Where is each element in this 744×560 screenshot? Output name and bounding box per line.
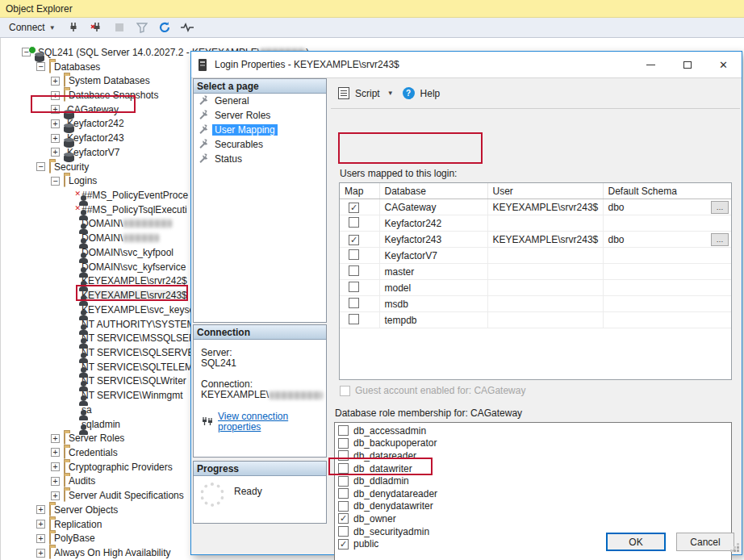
mapping-row-master[interactable]: master bbox=[340, 264, 731, 280]
tree-expander[interactable]: + bbox=[36, 549, 45, 558]
browse-ellipsis-button[interactable]: … bbox=[711, 233, 729, 246]
folder-icon bbox=[49, 61, 51, 73]
map-checkbox[interactable]: ✓ bbox=[349, 235, 359, 245]
tree-expander[interactable]: + bbox=[36, 520, 45, 529]
role-checkbox[interactable] bbox=[338, 463, 349, 474]
folder-icon bbox=[64, 75, 65, 86]
role-item-db-ddladmin[interactable]: db_ddladmin bbox=[335, 474, 731, 487]
role-checkbox[interactable] bbox=[338, 476, 349, 487]
browse-ellipsis-button[interactable]: … bbox=[711, 201, 729, 214]
tree-expander[interactable]: + bbox=[51, 134, 60, 143]
disconnect-plug-icon[interactable] bbox=[90, 20, 104, 35]
tree-expander[interactable]: − bbox=[36, 162, 45, 171]
server-value: SQL241 bbox=[201, 358, 326, 369]
tree-item-label: Logins bbox=[69, 175, 97, 186]
map-checkbox[interactable] bbox=[349, 314, 359, 324]
role-item-db-denydatareader[interactable]: db_denydatareader bbox=[335, 487, 731, 500]
role-checkbox[interactable] bbox=[338, 425, 349, 436]
map-checkbox[interactable] bbox=[349, 217, 359, 228]
ok-button[interactable]: OK bbox=[606, 533, 666, 551]
chevron-down-icon[interactable]: ▼ bbox=[387, 90, 394, 97]
connect-dropdown-button[interactable]: Connect ▼ bbox=[6, 20, 59, 35]
role-checkbox[interactable]: ✓ bbox=[338, 513, 349, 524]
role-item-public[interactable]: ✓public bbox=[335, 537, 731, 550]
role-checkbox[interactable] bbox=[338, 488, 349, 499]
minimize-button[interactable] bbox=[633, 52, 669, 77]
role-item-db-datareader[interactable]: db_datareader bbox=[335, 449, 731, 462]
page-item-label: Securables bbox=[212, 139, 265, 150]
folder-icon bbox=[49, 533, 51, 544]
script-button[interactable]: Script bbox=[355, 88, 380, 99]
tree-item-label: Databases bbox=[54, 61, 100, 73]
dialog-titlebar[interactable]: Login Properties - KEYEXAMPLE\srvr243$ ✕ bbox=[191, 52, 742, 78]
tree-expander[interactable]: + bbox=[51, 148, 60, 157]
server-window-icon bbox=[199, 59, 207, 71]
tree-expander[interactable]: + bbox=[51, 491, 60, 500]
mapping-row-keyfactorv7[interactable]: KeyfactorV7 bbox=[340, 248, 731, 264]
filter-icon[interactable] bbox=[135, 20, 149, 35]
tree-expander[interactable]: + bbox=[51, 477, 60, 486]
role-checkbox[interactable] bbox=[338, 526, 349, 537]
schema-value: dbo bbox=[608, 234, 625, 245]
maximize-button[interactable] bbox=[669, 52, 705, 77]
role-item-db-backupoperator[interactable]: db_backupoperator bbox=[335, 437, 731, 450]
role-item-db-denydatawriter[interactable]: db_denydatawriter bbox=[335, 500, 731, 513]
role-item-db-accessadmin[interactable]: db_accessadmin bbox=[335, 424, 731, 437]
help-button[interactable]: Help bbox=[420, 88, 441, 99]
resize-grip[interactable] bbox=[737, 550, 739, 552]
mapping-row-msdb[interactable]: msdb bbox=[340, 296, 731, 312]
tree-expander[interactable]: + bbox=[51, 105, 60, 114]
close-button[interactable]: ✕ bbox=[705, 52, 742, 77]
default-schema-cell bbox=[603, 312, 731, 328]
connect-plug-icon[interactable] bbox=[67, 20, 82, 35]
role-item-db-securityadmin[interactable]: db_securityadmin bbox=[335, 525, 731, 538]
tree-expander[interactable]: + bbox=[51, 91, 60, 100]
database-cell: CAGateway bbox=[379, 199, 487, 215]
map-checkbox[interactable] bbox=[349, 282, 359, 292]
page-item-server-roles[interactable]: Server Roles bbox=[194, 108, 326, 123]
folder-icon bbox=[64, 433, 65, 444]
role-item-db-owner[interactable]: ✓db_owner bbox=[335, 512, 731, 525]
user-cell bbox=[487, 215, 603, 232]
mapping-row-cagateway[interactable]: ✓CAGatewayKEYEXAMPLE\srvr243$dbo… bbox=[340, 199, 731, 215]
tree-item-label: ##MS_PolicyTsqlExecuti bbox=[82, 204, 187, 215]
tree-expander[interactable]: − bbox=[51, 177, 60, 186]
tree-expander[interactable]: + bbox=[36, 534, 45, 543]
tree-expander[interactable]: + bbox=[36, 505, 45, 514]
tree-expander[interactable]: + bbox=[51, 462, 60, 471]
default-schema-cell bbox=[603, 215, 731, 232]
map-checkbox[interactable] bbox=[349, 298, 359, 308]
view-connection-properties-link[interactable]: View connection properties bbox=[218, 412, 326, 433]
default-schema-cell: dbo… bbox=[603, 232, 731, 248]
role-item-db-datawriter[interactable]: db_datawriter bbox=[335, 462, 731, 475]
folder-icon bbox=[49, 504, 51, 516]
role-checkbox[interactable]: ✓ bbox=[338, 539, 349, 550]
folder-icon bbox=[64, 175, 65, 186]
refresh-icon[interactable] bbox=[157, 20, 172, 35]
page-item-status[interactable]: Status bbox=[194, 152, 326, 166]
tree-item-label: KeyfactorV7 bbox=[67, 147, 119, 158]
stop-icon[interactable] bbox=[112, 20, 127, 35]
tree-expander[interactable]: + bbox=[51, 119, 60, 128]
tree-expander[interactable]: + bbox=[51, 448, 60, 457]
mapping-row-model[interactable]: model bbox=[340, 280, 731, 296]
map-checkbox[interactable] bbox=[349, 265, 359, 276]
mapping-row-keyfactor242[interactable]: Keyfactor242 bbox=[340, 215, 731, 232]
folder-icon bbox=[64, 90, 65, 101]
role-checkbox[interactable] bbox=[338, 450, 349, 461]
mapping-row-tempdb[interactable]: tempdb bbox=[340, 312, 731, 328]
tree-expander[interactable]: + bbox=[51, 77, 60, 86]
tree-expander[interactable]: + bbox=[51, 434, 60, 443]
page-item-securables[interactable]: Securables bbox=[194, 137, 326, 152]
mapping-row-keyfactor243[interactable]: ✓Keyfactor243KEYEXAMPLE\srvr243$dbo… bbox=[340, 232, 731, 248]
map-checkbox[interactable] bbox=[349, 249, 359, 260]
page-item-general[interactable]: General bbox=[194, 94, 326, 108]
map-checkbox[interactable]: ✓ bbox=[349, 203, 359, 213]
folder-icon bbox=[64, 475, 65, 487]
tree-expander[interactable]: − bbox=[36, 62, 45, 71]
page-item-user-mapping[interactable]: User Mapping bbox=[194, 123, 326, 137]
cancel-button[interactable]: Cancel bbox=[676, 533, 734, 551]
role-checkbox[interactable] bbox=[338, 438, 349, 449]
role-checkbox[interactable] bbox=[338, 501, 349, 512]
activity-monitor-icon[interactable] bbox=[180, 20, 194, 35]
